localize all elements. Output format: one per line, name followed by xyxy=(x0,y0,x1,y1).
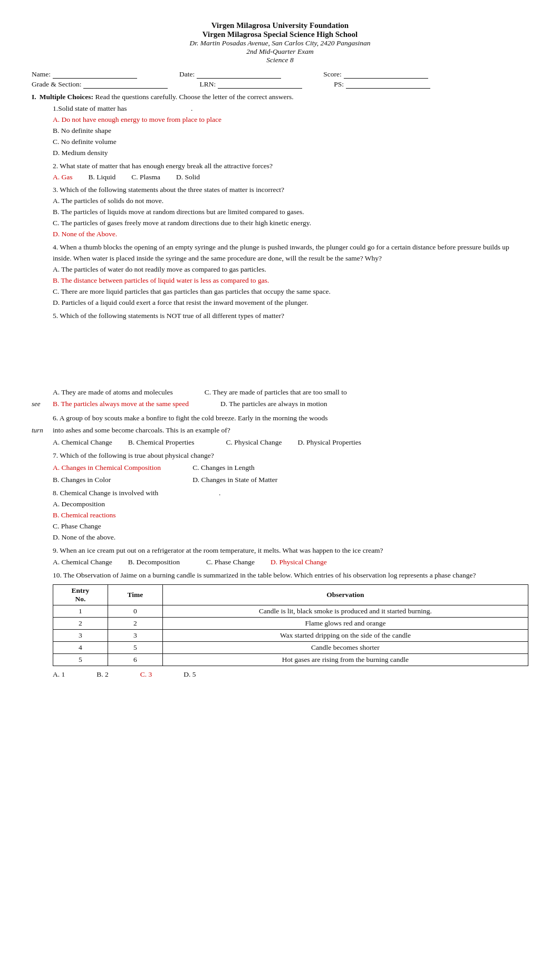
q7-choice-c: C. Changes in Length xyxy=(192,463,277,474)
q6-choice-d: D. Physical Properties xyxy=(298,437,361,448)
q5-choice-b-d: B. The particles always move at the same… xyxy=(53,399,528,410)
q7-choice-a: A. Changes in Chemical Composition xyxy=(53,463,161,474)
q2-choice-d: D. Solid xyxy=(176,172,200,183)
observation-table: EntryNo. Time Observation 1 0 Candle is … xyxy=(53,584,528,666)
time-5: 6 xyxy=(108,654,162,666)
date-field: Date: xyxy=(179,70,281,79)
obs-5: Hot gases are rising from the burning ca… xyxy=(162,654,528,666)
question-4: 4. When a thumb blocks the opening of an… xyxy=(53,242,528,309)
q9-choice-a: A. Chemical Change xyxy=(53,557,112,568)
question-3: 3. Which of the following statements abo… xyxy=(53,185,528,240)
grade-value xyxy=(83,80,168,89)
q1-choice-c: C. No definite volume xyxy=(53,137,528,148)
score-field: Score: xyxy=(323,70,428,79)
q9-choice-d: D. Physical Change xyxy=(271,557,327,568)
ps-label: PS: xyxy=(334,80,344,89)
q3-choice-b: B. The particles of liquids move at rand… xyxy=(53,207,528,218)
q6-choice-b: B. Chemical Properties xyxy=(128,437,195,448)
entry-5: 5 xyxy=(53,654,108,666)
q7-text: 7. Which of the following is true about … xyxy=(53,451,214,459)
q8-choice-b: B. Chemical reactions xyxy=(53,510,528,521)
q6-choice-c: C. Physical Change xyxy=(226,437,282,448)
q6-choice-a: A. Chemical Change xyxy=(53,437,112,448)
q7-choice-b: B. Changes in Color xyxy=(53,475,161,486)
entry-4: 4 xyxy=(53,642,108,654)
date-label: Date: xyxy=(179,70,195,79)
grade-label: Grade & Section: xyxy=(32,80,81,89)
q8-text: 8. Chemical Change is involved with . xyxy=(53,489,220,497)
q10-choice-c: C. 3 xyxy=(140,669,152,680)
exam-title: 2nd Mid-Quarter Exam xyxy=(32,47,528,56)
question-7: 7. Which of the following is true about … xyxy=(53,450,528,486)
section-title: Multiple Choices: Read the questions car… xyxy=(40,93,294,101)
q7-choices: A. Changes in Chemical Composition B. Ch… xyxy=(53,463,528,486)
q3-choice-d: D. None of the Above. xyxy=(53,229,528,240)
q6-text1: 6. A group of boy scouts make a bonfire … xyxy=(53,414,328,422)
score-label: Score: xyxy=(323,70,342,79)
school-name-2: Virgen Milagrosa Special Science High Sc… xyxy=(32,30,528,39)
q5-choice-d: D. The particles are always in motion xyxy=(220,399,327,410)
q10-answer-choices: A. 1 B. 2 C. 3 D. 5 xyxy=(53,669,528,680)
subject: Science 8 xyxy=(32,56,528,64)
q10-choice-a: A. 1 xyxy=(53,669,65,680)
q2-text: 2. What state of matter that has enough … xyxy=(53,162,273,170)
q1-text: 1.Solid state of matter has . xyxy=(53,104,192,112)
q10-final-choices: A. 1 B. 2 C. 3 D. 5 xyxy=(53,669,528,680)
table-row: 5 6 Hot gases are rising from the burnin… xyxy=(53,654,528,666)
question-5: 5. Which of the following statements is … xyxy=(53,311,528,322)
grade-field: Grade & Section: xyxy=(32,80,168,89)
q6-row2: turn into ashes and some become charcoal… xyxy=(32,424,528,448)
q2-choices: A. Gas B. Liquid C. Plasma D. Solid xyxy=(53,172,528,183)
question-6: 6. A group of boy scouts make a bonfire … xyxy=(53,413,528,424)
school-address: Dr. Martin Posadas Avenue, San Carlos Ci… xyxy=(32,39,528,47)
q9-choice-b: B. Decomposition xyxy=(128,557,180,568)
lrn-field: LRN: xyxy=(199,80,302,89)
q6-row: 6. A group of boy scouts make a bonfire … xyxy=(32,412,528,424)
name-label: Name: xyxy=(32,70,51,79)
q1-choice-a: A. Do not have enough energy to move fro… xyxy=(53,114,528,126)
table-row: 4 5 Candle becomes shorter xyxy=(53,642,528,654)
q5-choice-c: C. They are made of particles that are t… xyxy=(205,387,347,398)
q3-text: 3. Which of the following statements abo… xyxy=(53,186,284,194)
q2-choice-b: B. Liquid xyxy=(89,172,116,183)
see-note-row: see B. The particles always move at the … xyxy=(32,398,528,410)
q10-choice-d: D. 5 xyxy=(184,669,196,680)
q9-text: 9. When an ice cream put out on a refrig… xyxy=(53,546,383,554)
q4-text: 4. When a thumb blocks the opening of an… xyxy=(53,243,509,262)
q9-choice-c: C. Phase Change xyxy=(206,557,255,568)
question-8: 8. Chemical Change is involved with . A.… xyxy=(53,488,528,543)
spacer-q5 xyxy=(32,322,528,385)
see-note: see xyxy=(32,400,53,408)
date-value xyxy=(197,70,281,79)
question-2: 2. What state of matter that has enough … xyxy=(53,161,528,183)
q4-choice-a: A. The particles of water do not readily… xyxy=(53,264,528,275)
time-1: 0 xyxy=(108,605,162,618)
q5-text: 5. Which of the following statements is … xyxy=(53,312,284,320)
entry-1: 1 xyxy=(53,605,108,618)
table-row: 3 3 Wax started dripping on the side of … xyxy=(53,630,528,642)
obs-2: Flame glows red and orange xyxy=(162,618,528,630)
fields-row-1: Name: Date: Score: xyxy=(32,70,528,79)
ps-value xyxy=(346,80,430,89)
time-3: 3 xyxy=(108,630,162,642)
section-i-header: I. Multiple Choices: Read the questions … xyxy=(32,93,528,101)
q2-choice-c: C. Plasma xyxy=(131,172,160,183)
q1-choice-b: B. No definite shape xyxy=(53,126,528,137)
table-header-time: Time xyxy=(108,585,162,605)
document-header: Virgen Milagrosa University Foundation V… xyxy=(32,21,528,64)
q6-text2: into ashes and some become charcoals. Th… xyxy=(53,426,230,434)
q8-choice-a: A. Decomposition xyxy=(53,499,528,510)
fields-row-2: Grade & Section: LRN: PS: xyxy=(32,80,528,89)
q4-choice-b: B. The distance between particles of liq… xyxy=(53,275,528,286)
q9-choices: A. Chemical Change B. Decomposition C. P… xyxy=(53,557,528,568)
turn-note2: turn xyxy=(32,426,53,435)
q3-choice-a: A. The particles of solids do not move. xyxy=(53,196,528,207)
section-numeral: I. xyxy=(32,93,36,101)
obs-3: Wax started dripping on the side of the … xyxy=(162,630,528,642)
ps-field: PS: xyxy=(334,80,430,89)
question-6-cont: into ashes and some become charcoals. Th… xyxy=(53,425,528,448)
obs-1: Candle is lit, black smoke is produced a… xyxy=(162,605,528,618)
table-header-entry: EntryNo. xyxy=(53,585,108,605)
q4-choice-c: C. There are more liquid particles that … xyxy=(53,286,528,297)
name-field: Name: xyxy=(32,70,137,79)
